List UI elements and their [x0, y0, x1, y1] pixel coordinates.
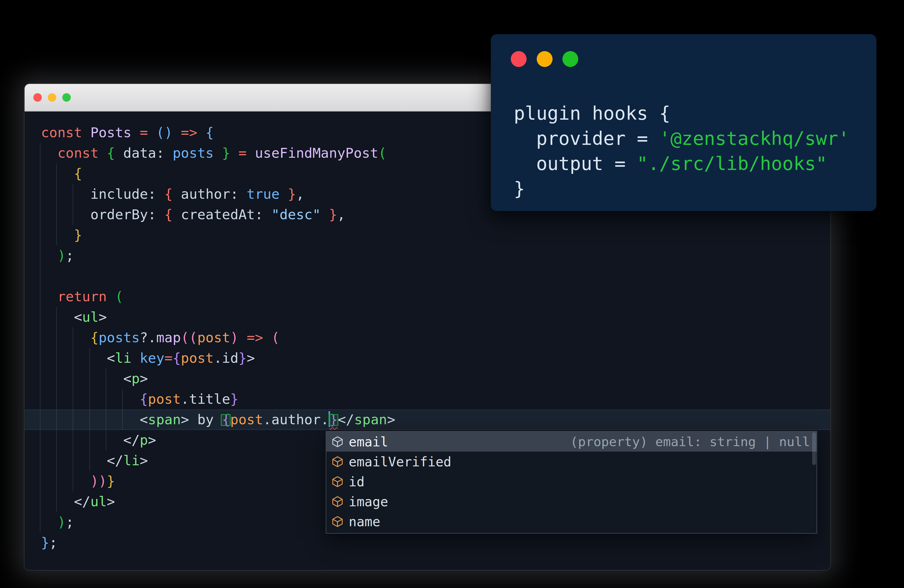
code-token: (	[181, 330, 189, 346]
code-token: =	[239, 145, 247, 161]
code-line[interactable]: }	[25, 225, 830, 245]
suggestion-item-email[interactable]: email(property) email: string | null	[326, 432, 817, 452]
config-line: }	[514, 176, 849, 201]
code-token: {	[90, 330, 99, 346]
code-token	[41, 473, 90, 489]
suggestion-item-emailVerified[interactable]: emailVerified	[326, 452, 817, 471]
zoom-button[interactable]	[563, 51, 578, 67]
suggestion-item-name[interactable]: name	[326, 511, 817, 531]
code-token: <	[140, 412, 148, 428]
code-token: }	[329, 207, 337, 223]
code-token: >	[148, 432, 156, 448]
code-line[interactable]: return (	[25, 286, 830, 307]
code-token: post	[230, 412, 263, 428]
config-line: provider = '@zenstackhq/swr'	[514, 126, 849, 151]
code-line[interactable]: );	[25, 245, 830, 266]
config-token: provider =	[514, 128, 659, 149]
code-token	[131, 350, 140, 366]
code-token: <	[123, 371, 131, 387]
code-token: </	[74, 494, 90, 509]
code-token	[41, 494, 74, 509]
code-line[interactable]: <ul>	[25, 307, 830, 327]
zoom-button[interactable]	[62, 93, 71, 102]
code-token: span	[148, 412, 181, 428]
code-token: {	[222, 412, 230, 428]
code-token	[197, 125, 205, 141]
suggestion-item-id[interactable]: id	[326, 471, 817, 492]
code-token: useFindManyPost	[255, 145, 378, 161]
code-token	[131, 125, 140, 141]
code-token: const	[57, 145, 107, 161]
code-token: }	[107, 473, 115, 489]
config-token: '@zenstackhq/swr'	[659, 128, 849, 149]
code-token: ()	[156, 125, 172, 141]
code-line[interactable]: <p>	[25, 368, 830, 389]
code-token: {	[164, 186, 173, 202]
minimize-button[interactable]	[537, 51, 553, 67]
code-token	[41, 145, 57, 161]
code-token	[239, 330, 247, 346]
code-token	[41, 453, 107, 469]
close-button[interactable]	[33, 93, 42, 102]
suggestion-label: emailVerified	[349, 454, 452, 469]
config-token: "./src/lib/hooks"	[637, 153, 827, 174]
code-token: ;	[49, 535, 57, 550]
code-line-active[interactable]: <span> by {post.author.}</span>	[25, 409, 830, 430]
code-line[interactable]: {posts?.map((post) => (	[25, 327, 830, 348]
config-token: output =	[514, 153, 637, 174]
code-line[interactable]: };	[25, 533, 830, 553]
autocomplete-dropdown: email(property) email: string | nullemai…	[326, 431, 817, 534]
code-token: span	[354, 412, 387, 428]
suggestion-item-image[interactable]: image	[326, 492, 817, 511]
code-token	[321, 207, 329, 223]
code-token	[41, 166, 74, 182]
code-token: </	[338, 412, 354, 428]
code-token	[41, 309, 74, 325]
code-token: <	[107, 350, 115, 366]
config-line: output = "./src/lib/hooks"	[514, 151, 849, 176]
code-token: li	[115, 350, 131, 366]
dropdown-scrollbar[interactable]	[812, 432, 816, 465]
config-line: plugin hooks {	[514, 101, 849, 126]
code-token: =	[140, 125, 148, 141]
code-token: include:	[90, 186, 164, 202]
code-token	[41, 350, 107, 366]
field-cube-icon	[331, 435, 344, 448]
code-token: }	[288, 186, 296, 202]
close-button[interactable]	[511, 51, 526, 67]
code-token: "desc"	[271, 207, 321, 223]
code-token: ;	[66, 514, 74, 530]
code-token	[263, 330, 271, 346]
code-token: )	[230, 330, 238, 346]
code-token	[41, 514, 57, 530]
suggestion-label: id	[349, 474, 365, 489]
code-token: author:	[173, 186, 247, 202]
code-token: >	[181, 412, 189, 428]
code-line[interactable]: <li key={post.id}>	[25, 348, 830, 368]
code-token: >	[99, 309, 107, 325]
code-token	[41, 330, 90, 346]
code-token: }	[230, 391, 238, 407]
field-cube-icon	[331, 495, 344, 508]
suggestion-detail: (property) email: string | null	[571, 434, 810, 449]
code-token	[41, 207, 90, 223]
code-line[interactable]	[25, 266, 830, 286]
minimize-button[interactable]	[48, 93, 56, 102]
code-token: }	[41, 535, 49, 550]
code-token: ?.	[140, 330, 156, 346]
suggestion-label: email	[349, 434, 388, 449]
suggestion-label: name	[349, 514, 380, 529]
code-token: p	[140, 432, 148, 448]
code-token: Posts	[90, 125, 132, 141]
suggestion-label: image	[349, 494, 388, 509]
code-token: .title	[181, 391, 231, 407]
code-token: by	[189, 412, 222, 428]
code-token	[41, 289, 57, 305]
code-line[interactable]: {post.title}	[25, 389, 830, 409]
code-token: </	[123, 432, 140, 448]
code-token: map	[156, 330, 181, 346]
code-token: return	[57, 289, 115, 305]
code-token: createdAt:	[173, 207, 271, 223]
field-cube-icon	[331, 475, 344, 488]
code-token: post	[181, 350, 214, 366]
